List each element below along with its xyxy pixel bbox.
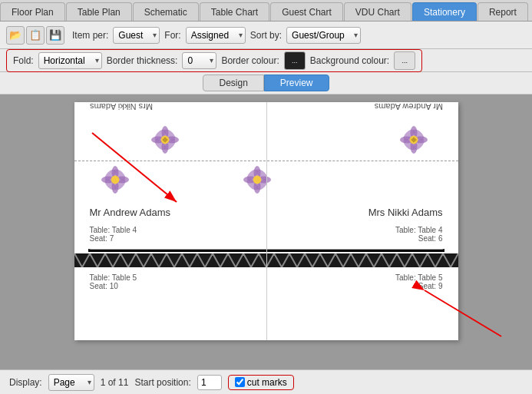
fold-label: Fold: (13, 55, 34, 66)
bottom-bar: Display: Page 1 of 11 Start position: cu… (0, 369, 532, 394)
page-preview: Mr Andrew Adams Mrs Nikki Adams (74, 102, 458, 340)
tab-table-chart[interactable]: Table Chart (200, 2, 269, 21)
vertical-divider (266, 102, 267, 340)
item-per-select-wrap: Guest (113, 27, 160, 44)
background-colour-label: Background colour: (310, 55, 389, 66)
toolbar: 📂 📋 💾 Item per: Guest For: Assigned Sort… (0, 22, 532, 49)
seat-info-left: Seat: 7 (90, 234, 266, 243)
page-of: 1 of 11 (101, 377, 129, 388)
seat-info-bottom-right: Seat: 9 (266, 282, 443, 290)
flower-top-left-icon (151, 126, 179, 154)
fold-section: Fold: Horizontal Border thickness: 0 Bor… (6, 49, 422, 72)
item-per-select[interactable]: Guest (113, 27, 160, 44)
options-bar: Fold: Horizontal Border thickness: 0 Bor… (0, 49, 532, 72)
start-position-input[interactable] (197, 375, 222, 390)
sort-by-select-wrap: Guest/Group (286, 27, 361, 44)
for-select-wrap: Assigned (186, 27, 246, 44)
inverted-name-right: Mrs Nikki Adams (90, 102, 153, 111)
tab-report[interactable]: Report (477, 2, 528, 21)
page-area: Mr Andrew Adams Mrs Nikki Adams (0, 94, 532, 372)
flower-top-right-icon (400, 126, 428, 154)
border-thickness-select-wrap: 0 (182, 52, 216, 69)
display-label: Display: (9, 377, 42, 388)
item-per-label: Item per: (72, 30, 108, 41)
border-thickness-select[interactable]: 0 (182, 52, 216, 69)
background-colour-button[interactable]: ... (394, 51, 415, 70)
sort-by-select[interactable]: Guest/Group (286, 27, 361, 44)
cut-marks-checkbox[interactable] (235, 377, 245, 387)
view-buttons: Design Preview (0, 72, 532, 94)
save-button[interactable]: 💾 (46, 26, 64, 45)
seat-info-bottom-left: Seat: 10 (90, 282, 266, 290)
table-info-bottom-left: Table: Table 5 (90, 273, 266, 282)
template-button[interactable]: 📋 (26, 26, 45, 45)
table-info-bottom-right: Table: Table 5 (266, 273, 443, 282)
sort-by-label: Sort by: (250, 30, 282, 41)
fold-select[interactable]: Horizontal (38, 52, 102, 69)
toolbar-icons: 📂 📋 💾 (6, 26, 64, 45)
border-thickness-label: Border thickness: (107, 55, 178, 66)
fold-select-wrap: Horizontal (38, 52, 102, 69)
svg-point-35 (253, 176, 261, 184)
cut-marks-label[interactable]: cut marks (235, 377, 287, 388)
svg-point-26 (111, 176, 119, 184)
inverted-name-left: Mr Andrew Adams (374, 102, 442, 111)
preview-button[interactable]: Preview (264, 74, 329, 91)
tab-guest-chart[interactable]: Guest Chart (270, 2, 343, 21)
for-select[interactable]: Assigned (186, 27, 246, 44)
design-button[interactable]: Design (203, 74, 263, 91)
guest-name-left: Mr Andrew Adams (90, 207, 266, 218)
table-info-right: Table: Table 4 (266, 226, 443, 234)
tab-vdu-chart[interactable]: VDU Chart (344, 2, 411, 21)
tab-floor-plan[interactable]: Floor Plan (0, 2, 65, 21)
display-select-wrap: Page (48, 374, 94, 391)
start-position-label: Start position: (134, 377, 190, 388)
open-button[interactable]: 📂 (6, 26, 25, 45)
tab-schematic[interactable]: Schematic (133, 2, 199, 21)
tab-stationery[interactable]: Stationery (412, 2, 477, 21)
for-label: For: (164, 30, 180, 41)
cut-marks-section: cut marks (228, 375, 294, 390)
main-content: Mr Andrew Adams Mrs Nikki Adams (0, 94, 532, 372)
border-colour-label: Border colour: (221, 55, 279, 66)
table-info-left: Table: Table 4 (90, 226, 266, 234)
seat-info-right: Seat: 6 (266, 234, 443, 243)
tab-table-plan[interactable]: Table Plan (66, 2, 132, 21)
border-colour-button[interactable]: ... (284, 51, 306, 70)
tab-bar: Floor Plan Table Plan Schematic Table Ch… (0, 0, 532, 22)
guest-name-right: Mrs Nikki Adams (266, 207, 443, 218)
display-select[interactable]: Page (48, 374, 94, 391)
flower-bottom-left-icon (101, 166, 129, 194)
